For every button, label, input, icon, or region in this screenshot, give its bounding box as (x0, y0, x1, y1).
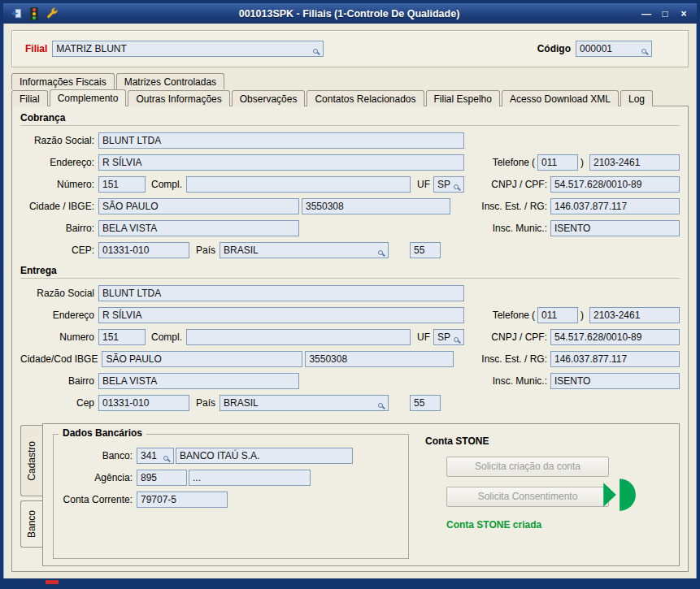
magnifier-icon[interactable] (378, 250, 383, 255)
tab-complemento[interactable]: Complemento (50, 89, 127, 106)
magnifier-icon[interactable] (641, 49, 646, 54)
cobranca-endereco-input[interactable]: R SÍLVIA (98, 154, 464, 171)
entrega-ddd-input[interactable]: 011 (537, 307, 578, 323)
cobranca-ddi-input[interactable]: 55 (410, 242, 441, 258)
cobranca-insc-est-input[interactable]: 146.037.877.117 (550, 198, 680, 214)
codigo-input[interactable]: 000001 (576, 41, 652, 57)
entrega-numero-label: Numero (20, 331, 98, 343)
cobranca-ibge-input[interactable]: 3550308 (302, 198, 450, 214)
traffic-light-body (30, 7, 38, 20)
banco-nome-input[interactable]: BANCO ITAÚ S.A. (176, 448, 353, 464)
banco-codigo-input[interactable]: 341 (137, 448, 174, 464)
cobranca-title: Cobrança (20, 111, 680, 126)
app-window: 001013SPK - Filiais (1-Controle De Quali… (0, 0, 700, 589)
banco-codigo-value: 341 (141, 450, 157, 461)
magnifier-icon[interactable] (313, 49, 318, 54)
tab-row-lower: Filial Complemento Outras Informações Ob… (3, 89, 697, 106)
entrega-ddi-input[interactable]: 55 (410, 395, 441, 411)
entrega-cnpj-input[interactable]: 54.517.628/0010-89 (550, 329, 680, 345)
solicita-consentimento-button[interactable]: Solicita Consentimento (446, 487, 609, 507)
dados-bancarios-title: Dados Bancários (59, 427, 146, 439)
tab-informacoes-fiscais[interactable]: Informações Fiscais (11, 73, 115, 89)
entrega-bairro-label: Bairro (20, 375, 98, 387)
entrega-ibge-input[interactable]: 3550308 (305, 351, 454, 367)
cobranca-numero-input[interactable]: 151 (98, 176, 146, 193)
vertical-tabs: Cadastro Banco (20, 423, 42, 566)
cobranca-telefone-label: Telefone (469, 157, 529, 168)
paren-open: ( (529, 310, 537, 321)
exit-icon[interactable] (10, 7, 23, 20)
tab-acesso-download-xml[interactable]: Acesso Download XML (502, 90, 619, 106)
traffic-green-dot (33, 16, 36, 19)
agencia-input[interactable]: 895 (137, 470, 187, 486)
entrega-insc-est-input[interactable]: 146.037.877.117 (550, 351, 680, 367)
tab-filial-espelho[interactable]: Filial Espelho (426, 90, 500, 106)
cobranca-uf-label: UF (411, 179, 433, 190)
maximize-button[interactable]: □ (659, 7, 672, 20)
filial-label: Filial (25, 43, 47, 54)
conta-stone-group: Conta STONE Solicita criação da conta So… (419, 434, 669, 559)
paren-open: ( (529, 157, 537, 168)
cobranca-bairro-input[interactable]: BELA VISTA (98, 220, 299, 236)
solicita-criacao-button[interactable]: Solicita criação da conta (446, 457, 609, 477)
cobranca-insc-est-label: Insc. Est. / RG: (469, 201, 550, 212)
cobranca-razao-input[interactable]: BLUNT LTDA (98, 132, 464, 149)
entrega-razao-input[interactable]: BLUNT LTDA (98, 285, 464, 301)
cobranca-compl-label: Compl. (146, 179, 186, 190)
cobranca-cep-label: CEP: (20, 245, 98, 256)
entrega-numero-input[interactable]: 151 (98, 329, 146, 345)
banco-tab-panel: Dados Bancários Banco: 341 BANCO ITAÚ S.… (42, 423, 680, 566)
traffic-red-dot (33, 8, 36, 11)
magnifier-icon[interactable] (378, 403, 383, 408)
entrega-cidade-input[interactable]: SÃO PAULO (102, 351, 302, 367)
entrega-cep-input[interactable]: 01331-010 (98, 395, 189, 411)
entrega-insc-mun-label: Insc. Munic.: (469, 375, 550, 387)
filial-input[interactable]: MATRIZ BLUNT (52, 41, 324, 57)
paren-close: ) (578, 157, 586, 168)
agencia-compl-input[interactable]: ... (189, 470, 311, 486)
tab-matrizes-controladas[interactable]: Matrizes Controladas (116, 73, 224, 89)
wrench-icon[interactable] (46, 7, 59, 20)
traffic-light-icon[interactable] (28, 7, 41, 20)
entrega-telefone-label: Telefone (469, 310, 529, 321)
magnifier-icon[interactable] (163, 456, 168, 461)
window-title: 001013SPK - Filiais (1-Controle De Quali… (63, 8, 635, 19)
cobranca-uf-input[interactable]: SP (433, 176, 464, 193)
tab-observacoes[interactable]: Observações (232, 90, 306, 106)
entrega-bairro-input[interactable]: BELA VISTA (98, 373, 299, 389)
cobranca-pais-input[interactable]: BRASIL (220, 242, 389, 258)
codigo-label: Código (537, 43, 571, 54)
tab-filial[interactable]: Filial (11, 90, 48, 106)
entrega-cnpj-label: CNPJ / CPF: (469, 331, 550, 343)
vtab-cadastro[interactable]: Cadastro (20, 425, 42, 496)
cobranca-insc-mun-input[interactable]: ISENTO (550, 220, 680, 236)
entrega-pais-input[interactable]: BRASIL (220, 395, 389, 411)
entrega-fone-input[interactable]: 2103-2461 (589, 307, 680, 323)
conta-corrente-input[interactable]: 79707-5 (137, 492, 228, 508)
entrega-uf-value: SP (437, 331, 450, 343)
cobranca-ddd-input[interactable]: 011 (537, 154, 578, 171)
entrega-uf-input[interactable]: SP (433, 329, 464, 345)
cobranca-uf-value: SP (437, 179, 450, 190)
cobranca-numero-label: Número: (20, 179, 98, 190)
cobranca-cnpj-input[interactable]: 54.517.628/0010-89 (550, 176, 680, 193)
tab-log[interactable]: Log (620, 90, 653, 106)
tab-contatos-relacionados[interactable]: Contatos Relacionados (307, 90, 424, 106)
entrega-compl-label: Compl. (146, 331, 186, 343)
entrega-compl-input[interactable] (186, 329, 411, 345)
entrega-razao-label: Razão Social (20, 288, 98, 299)
magnifier-icon[interactable] (454, 337, 459, 342)
entrega-endereco-input[interactable]: R SÍLVIA (98, 307, 464, 323)
vtab-banco-label: Banco (26, 510, 37, 538)
magnifier-icon[interactable] (454, 184, 459, 189)
minimize-button[interactable]: — (640, 7, 653, 20)
cobranca-cep-input[interactable]: 01331-010 (98, 242, 189, 258)
cobranca-fone-input[interactable]: 2103-2461 (589, 154, 680, 171)
vtab-banco[interactable]: Banco (20, 500, 42, 548)
cobranca-cidade-input[interactable]: SÃO PAULO (98, 198, 299, 214)
close-button[interactable]: × (677, 7, 690, 20)
tab-outras-informacoes[interactable]: Outras Informações (128, 90, 229, 106)
entrega-insc-mun-input[interactable]: ISENTO (550, 373, 680, 389)
record-header: Filial MATRIZ BLUNT Código 000001 (11, 30, 689, 67)
cobranca-compl-input[interactable] (186, 176, 411, 193)
